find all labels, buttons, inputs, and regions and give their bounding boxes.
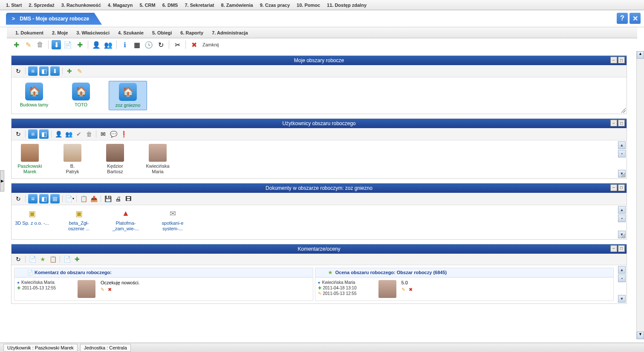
resize-handle[interactable] bbox=[621, 108, 626, 113]
document-item[interactable]: ✉ spotkani-e system-... bbox=[156, 209, 190, 232]
close-icon[interactable]: ✖ bbox=[189, 40, 199, 50]
edit-icon[interactable]: ✎ bbox=[101, 287, 104, 292]
save-icon[interactable]: 💾 bbox=[104, 195, 112, 203]
comment-icon[interactable]: 📄 bbox=[28, 255, 37, 263]
minimize-icon[interactable]: − bbox=[610, 245, 617, 252]
refresh-icon[interactable]: ↻ bbox=[156, 40, 166, 50]
copy-icon[interactable]: 📋 bbox=[79, 195, 88, 203]
scroll-thumb[interactable]: ▪ bbox=[618, 150, 626, 157]
scroll-thumb[interactable]: ▪ bbox=[618, 275, 626, 282]
document-item[interactable]: ▣ beta_Zgł-oszenie ... bbox=[62, 209, 96, 232]
list-icon[interactable]: ≡ bbox=[28, 194, 38, 203]
menu-sprzedaz[interactable]: 2. Sprzedaż bbox=[25, 1, 58, 9]
minimize-icon[interactable]: − bbox=[610, 120, 617, 126]
info-icon[interactable]: ℹ bbox=[120, 40, 130, 50]
scroll-down-icon[interactable]: ▼ bbox=[637, 332, 644, 339]
edit-icon[interactable]: ✎ bbox=[401, 287, 405, 292]
scroll-up-icon[interactable]: ▲ bbox=[618, 206, 626, 214]
print-icon[interactable]: 🖨 bbox=[114, 195, 122, 203]
delete-icon[interactable]: 🗑 bbox=[35, 40, 45, 50]
user-item[interactable]: PaszkowskiMarek bbox=[15, 144, 45, 175]
menu-czaspracy[interactable]: 9. Czas pracy bbox=[257, 1, 293, 9]
copy-icon[interactable]: 📋 bbox=[49, 255, 57, 263]
clock-icon[interactable]: 🕓 bbox=[144, 40, 154, 50]
download-icon[interactable]: ⬇ bbox=[50, 66, 60, 76]
user-item[interactable]: KwiecińskaMaria bbox=[143, 144, 173, 175]
tree-icon[interactable]: ⊞ bbox=[50, 194, 60, 203]
list-icon[interactable]: ≡ bbox=[28, 66, 38, 76]
add-icon[interactable]: ✚ bbox=[11, 40, 21, 50]
maximize-icon[interactable]: □ bbox=[618, 57, 625, 63]
menu-start[interactable]: 1. Start bbox=[3, 1, 25, 9]
maximize-icon[interactable]: □ bbox=[618, 245, 625, 252]
submenu-moje[interactable]: 2. Moje bbox=[48, 29, 72, 37]
resize-handle[interactable] bbox=[621, 172, 626, 177]
submenu-raporty[interactable]: 6. Raporty bbox=[176, 29, 208, 37]
document-new-icon[interactable]: 📄▾ bbox=[65, 195, 74, 203]
delete-icon[interactable]: 🗑 bbox=[85, 130, 93, 138]
refresh-icon[interactable]: ↻ bbox=[14, 255, 23, 263]
export-icon[interactable]: 📤 bbox=[90, 195, 98, 203]
list-icon[interactable]: ≡ bbox=[28, 129, 38, 139]
menu-rachunkowosc[interactable]: 3. Rachunkowość bbox=[58, 1, 104, 9]
menu-dms[interactable]: 6. DMS bbox=[159, 1, 182, 9]
menu-sekretariat[interactable]: 7. Sekretariat bbox=[181, 1, 217, 9]
user-icon[interactable]: 👤 bbox=[91, 40, 101, 50]
document-item[interactable]: ▲ Platofma-_zam_wie-... bbox=[109, 209, 143, 232]
refresh-icon[interactable]: ↻ bbox=[14, 67, 23, 75]
scroll-up-icon[interactable]: ▲ bbox=[637, 51, 644, 59]
close-label[interactable]: Zamknij bbox=[201, 42, 221, 47]
menu-dostepzdalny[interactable]: 11. Dostęp zdalny bbox=[323, 1, 370, 9]
tools-icon[interactable]: ✂ bbox=[172, 40, 182, 50]
workspace-item[interactable]: 🏠 TOTO bbox=[62, 81, 100, 110]
document-item[interactable]: ▣ 3D Sp. z o.o. -... bbox=[15, 209, 49, 232]
film-icon[interactable]: 🎞 bbox=[124, 195, 133, 203]
menu-crm[interactable]: 5. CRM bbox=[136, 1, 159, 9]
close-tab-button[interactable]: ✕ bbox=[630, 13, 641, 24]
alert-icon[interactable]: ❗ bbox=[119, 130, 128, 138]
user-item[interactable]: B.Patryk bbox=[58, 144, 87, 175]
mail-icon[interactable]: ✉ bbox=[99, 130, 107, 138]
star-icon[interactable]: ★ bbox=[38, 255, 47, 263]
submenu-administracja[interactable]: 7. Administracja bbox=[208, 29, 252, 37]
help-button[interactable]: ? bbox=[617, 13, 628, 24]
maximize-icon[interactable]: □ bbox=[618, 184, 625, 191]
page-scrollbar[interactable]: ▲ ▼ bbox=[636, 51, 644, 339]
workspace-item-selected[interactable]: 🏠 zoz gniezno bbox=[109, 81, 147, 110]
refresh-icon[interactable]: ↻ bbox=[14, 195, 23, 203]
submenu-szukanie[interactable]: 4. Szukanie bbox=[114, 29, 148, 37]
edit-icon[interactable]: ✎ bbox=[23, 40, 33, 50]
maximize-icon[interactable]: □ bbox=[618, 120, 625, 126]
edit-icon[interactable]: ✎ bbox=[75, 67, 84, 75]
minimize-icon[interactable]: − bbox=[610, 57, 617, 63]
add-icon[interactable]: ✚ bbox=[65, 67, 74, 75]
chat-icon[interactable]: 💬 bbox=[109, 130, 118, 138]
user-icon[interactable]: 👤 bbox=[54, 130, 63, 138]
minimize-icon[interactable]: − bbox=[610, 184, 617, 191]
check-icon[interactable]: ✔ bbox=[75, 130, 83, 138]
delete-icon[interactable]: ✖ bbox=[409, 287, 413, 292]
scroll-down-icon[interactable]: ▼ bbox=[618, 295, 626, 303]
add-comment-icon[interactable]: 📄 bbox=[63, 255, 71, 263]
download-icon[interactable]: ⬇ bbox=[52, 40, 61, 49]
menu-pomoc[interactable]: 10. Pomoc bbox=[293, 1, 323, 9]
resize-handle[interactable] bbox=[621, 233, 626, 238]
users-icon[interactable]: 👥 bbox=[103, 40, 113, 50]
add-rating-icon[interactable]: ✚ bbox=[73, 255, 81, 263]
submenu-dokument[interactable]: 1. Dokument bbox=[11, 29, 48, 37]
submenu-obiegi[interactable]: 5. Obiegi bbox=[148, 29, 176, 37]
vertical-scrollbar[interactable]: ▲ ▪ ▼ bbox=[618, 266, 626, 303]
submenu-wlasciwosci[interactable]: 3. Właściwości bbox=[72, 29, 114, 37]
document-add-icon[interactable]: 📄 bbox=[63, 40, 73, 50]
delete-icon[interactable]: ✖ bbox=[108, 287, 112, 292]
scroll-up-icon[interactable]: ▲ bbox=[618, 141, 626, 149]
left-expand-handle[interactable]: ▶ bbox=[0, 170, 4, 192]
tag-icon[interactable]: ◧ bbox=[39, 194, 49, 203]
scroll-thumb[interactable]: ▪ bbox=[618, 215, 626, 222]
star-add-icon[interactable]: ✚ bbox=[75, 40, 85, 50]
active-tab[interactable]: > DMS - Moje obszary robocze bbox=[6, 13, 102, 25]
users-icon[interactable]: 👥 bbox=[64, 130, 73, 138]
menu-magazyn[interactable]: 4. Magazyn bbox=[104, 1, 136, 9]
scroll-up-icon[interactable]: ▲ bbox=[618, 266, 626, 274]
menu-zamowienia[interactable]: 8. Zamówienia bbox=[218, 1, 257, 9]
